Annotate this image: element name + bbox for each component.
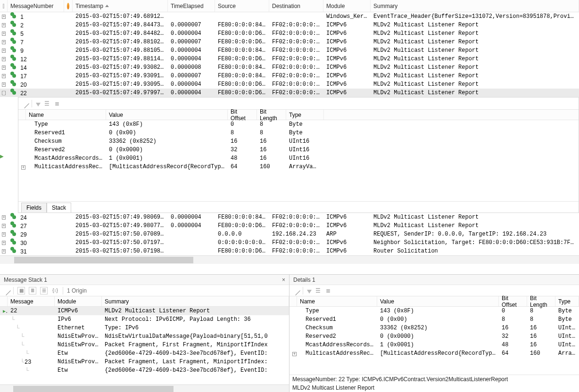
summary-value: MLDv2 Multicast Listener Report	[371, 47, 579, 54]
details-row[interactable]: Type143 (0x8F)08Byte	[290, 307, 579, 315]
message-row[interactable]: 72015-03-02T15:07:49.88102770.0000007FE8…	[0, 38, 579, 46]
expand-toggle[interactable]	[2, 57, 5, 61]
stack-row[interactable]: └NdisEtwProvid…NdisEtwVirtualDataMessage…	[0, 332, 289, 341]
edit-icon[interactable]	[1, 286, 11, 295]
close-icon[interactable]: ×	[282, 277, 285, 283]
expand-toggle[interactable]	[2, 241, 5, 245]
d1-hdr-bitlength[interactable]: Bit Length	[527, 296, 555, 306]
expand-toggle[interactable]	[2, 232, 5, 237]
expand-toggle[interactable]	[2, 40, 5, 44]
expand-toggle[interactable]	[2, 49, 5, 53]
expand-toggle[interactable]	[292, 352, 297, 356]
d1-hdr-type[interactable]: Type	[555, 296, 579, 306]
tree-view-icon[interactable]: ☰	[40, 287, 48, 294]
message-row[interactable]: 312015-03-02T15:07:50.0719888FE80:0:0:0:…	[0, 247, 579, 255]
edit-icon[interactable]	[20, 99, 29, 108]
hdr-destination[interactable]: Destination	[269, 0, 323, 12]
details-row[interactable]: MulticastAddressRecord[MulticastAddressR…	[18, 163, 579, 171]
ms-hdr-message[interactable]: Message	[8, 296, 55, 306]
message-row[interactable]: 142015-03-02T15:07:49.93082500.0000008FE…	[0, 63, 579, 72]
columns-icon[interactable]	[315, 287, 322, 294]
stack-row[interactable]: └23NdisEtwProvid…Packet Fragment, Last F…	[0, 358, 289, 366]
tree-icon[interactable]	[326, 287, 332, 294]
field-type: ArrayVa…	[286, 163, 324, 170]
details-row[interactable]: Reserved10 (0x00)88Byte	[18, 129, 579, 137]
hdr-timestamp[interactable]: Timestamp	[73, 0, 168, 12]
field-type: UInt16	[286, 155, 324, 162]
inline-hdr-value[interactable]: Value	[106, 110, 228, 120]
details-row[interactable]: Reserved10 (0x00)88Byte	[290, 315, 579, 324]
message-row[interactable]: 22015-03-02T15:07:49.84473740.0000007FE8…	[0, 21, 579, 29]
message-row[interactable]: 202015-03-02T15:07:49.93095460.0000004FE…	[0, 80, 579, 89]
details-row[interactable]: Checksum33362 (0x8252)1616UInt16	[18, 137, 579, 146]
details-row[interactable]: MulticastAddressRecord[MulticastAddressR…	[290, 349, 579, 358]
list-view-icon[interactable]: ≣	[29, 287, 36, 294]
columns-icon[interactable]	[44, 100, 51, 107]
expand-toggle[interactable]	[2, 249, 5, 253]
message-row[interactable]: 52015-03-02T15:07:49.84482860.0000004FE8…	[0, 29, 579, 38]
expand-toggle[interactable]	[2, 15, 5, 19]
details-row[interactable]: McastAddressRecordsCou1 (0x0001)4816UInt…	[290, 341, 579, 349]
expand-toggle[interactable]	[2, 23, 5, 27]
message-row[interactable]: 92015-03-02T15:07:49.88105730.0000004FE8…	[0, 46, 579, 55]
d1-hdr-bitoffset[interactable]: Bit Offset	[499, 296, 527, 306]
hdr-time-elapsed[interactable]: TimeElapsed	[168, 0, 215, 12]
edit-icon[interactable]	[291, 286, 300, 295]
packet-icon	[10, 72, 17, 78]
message-row[interactable]: 172015-03-02T15:07:49.93091400.0000007FE…	[0, 72, 579, 80]
expand-toggle[interactable]	[2, 74, 5, 78]
stack-row[interactable]: └EthernetType: IPv6	[0, 324, 289, 332]
ms-hdr-summary[interactable]: Summary	[102, 296, 289, 306]
message-row[interactable]: 222015-03-02T15:07:49.97997040.0000004FE…	[0, 89, 579, 97]
grid-view-icon[interactable]: ▦	[17, 287, 25, 294]
stack-row[interactable]: └NdisEtwProvid…Packet Fragment, First Fr…	[0, 341, 289, 349]
details-row[interactable]: Checksum33362 (0x8252)1616UInt16	[290, 324, 579, 332]
hdr-module[interactable]: Module	[323, 0, 371, 12]
message-row[interactable]: 292015-03-02T15:07:50.07089440.0.0.0192.…	[0, 230, 579, 238]
details-row[interactable]: McastAddressRecordsCou1 (0x0001)4816UInt…	[18, 154, 579, 163]
message-row[interactable]: 302015-03-02T15:07:50.07197820:0:0:0:0:0…	[0, 238, 579, 247]
details-row[interactable]: Reserved20 (0x0000)3216UInt16	[18, 146, 579, 154]
grid-horizontal-scrollbar[interactable]	[0, 255, 579, 264]
braces-icon[interactable]: {↕}	[51, 287, 59, 294]
stack-row[interactable]: └Etw{2ed6006e-4729-4609-b423-3ee7bcd678e…	[0, 349, 289, 358]
details1-footer-line2: MLDv2 Multicast Listener Report	[290, 384, 579, 392]
expand-toggle[interactable]	[2, 65, 5, 70]
packet-icon	[10, 89, 17, 95]
hdr-summary[interactable]: Summary	[371, 0, 579, 12]
inline-hdr-bitlength[interactable]: Bit Length	[257, 110, 286, 120]
filter-icon[interactable]	[307, 290, 312, 294]
expand-toggle[interactable]	[21, 165, 25, 170]
message-row[interactable]: 272015-03-02T15:07:49.98077590.0000004FE…	[0, 221, 579, 230]
expand-toggle[interactable]	[2, 82, 5, 87]
tab-fields[interactable]: Fields	[21, 203, 47, 212]
details1-titlebar: Details 1	[290, 275, 579, 285]
details1-footer-line1: MessageNumber: 22 Type: ICMPv6.ICMPv6Con…	[290, 375, 579, 384]
hdr-diagnosis-icon[interactable]	[64, 0, 73, 12]
stack-row[interactable]: ▸22ICMPv6MLDv2 Multicast Listener Report	[0, 307, 289, 315]
filter-icon[interactable]	[36, 103, 41, 106]
hdr-message-number[interactable]: MessageNumber	[8, 0, 64, 12]
message-row[interactable]: 242015-03-02T15:07:49.98069380.0000004FE…	[0, 213, 579, 221]
stack-row[interactable]: └IPv6Next Protocol: IPv6ICMP, Payload Le…	[0, 315, 289, 324]
expand-toggle[interactable]	[2, 224, 5, 228]
expand-toggle[interactable]	[2, 32, 5, 36]
tree-icon[interactable]	[55, 100, 61, 107]
source-value: FE80:0:0:0:D60:…	[215, 248, 269, 254]
tab-stack[interactable]: Stack	[47, 203, 71, 212]
message-row[interactable]: 12015-03-02T15:07:49.6891277Windows_Kern…	[0, 12, 579, 21]
hdr-source[interactable]: Source	[215, 0, 269, 12]
stack-row[interactable]: └Etw{2ed6006e-4729-4609-b423-3ee7bcd678e…	[0, 366, 289, 375]
details-row[interactable]: Type143 (0x8F)08Byte	[18, 120, 579, 129]
expand-toggle[interactable]	[2, 215, 5, 220]
details-row[interactable]: Reserved20 (0x0000)3216UInt16	[290, 332, 579, 341]
inline-hdr-name[interactable]: Name	[26, 110, 106, 120]
inline-hdr-bitoffset[interactable]: Bit Offset	[228, 110, 257, 120]
d1-hdr-value[interactable]: Value	[377, 296, 499, 306]
ms-hdr-module[interactable]: Module	[55, 296, 102, 306]
inline-hdr-type[interactable]: Type	[286, 110, 324, 120]
message-row[interactable]: 122015-03-02T15:07:49.88114700.0000004FE…	[0, 55, 579, 63]
expand-toggle[interactable]	[2, 91, 5, 95]
message-stack-scrollbar[interactable]	[0, 384, 289, 392]
d1-hdr-name[interactable]: Name	[297, 296, 377, 306]
